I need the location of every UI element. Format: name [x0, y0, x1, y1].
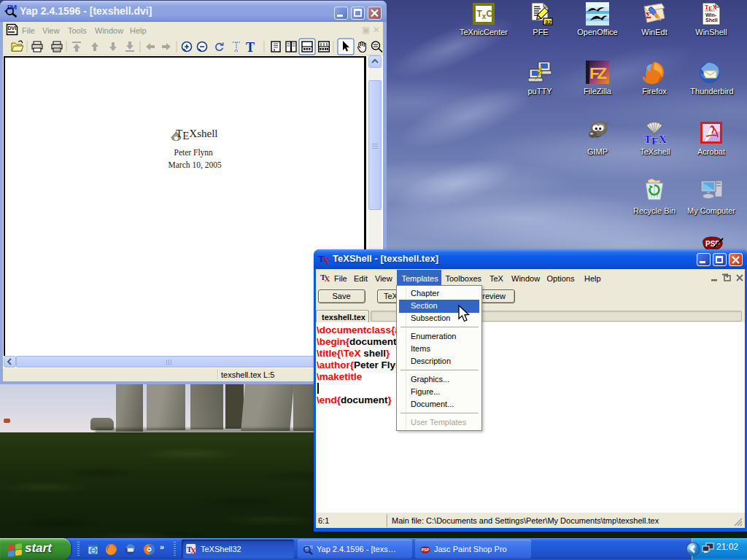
svg-text:TEX: TEX [644, 133, 667, 144]
svg-text:X: X [190, 547, 196, 554]
svg-text:Shell: Shell [705, 18, 718, 23]
svg-text:Win-: Win- [705, 12, 717, 18]
svg-text:T: T [246, 40, 255, 55]
svg-text:DVI: DVI [8, 26, 17, 31]
svg-text:X: X [324, 274, 330, 282]
svg-text:X: X [322, 255, 330, 265]
svg-text:32: 32 [545, 19, 551, 26]
svg-text:FZ: FZ [589, 64, 607, 82]
svg-text:PSP: PSP [422, 548, 430, 552]
